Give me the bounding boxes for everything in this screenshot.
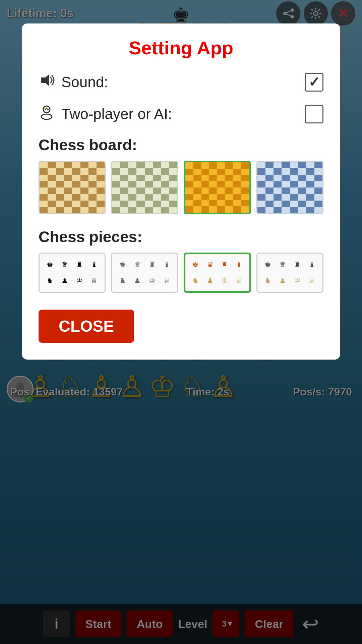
mini-board-cell [306,168,314,174]
pieces-grid-1: ♚♛♜♝ ♞♟♔♕ [42,256,103,290]
mini-board-cell [128,168,136,174]
mini-board-cell [265,181,274,187]
mini-board-cell [48,175,56,181]
mini-board-cell [97,168,105,174]
board-option-gold[interactable] [184,161,251,214]
mini-board-cell [80,207,88,213]
sound-label: Sound: [61,74,305,91]
board-option-blue[interactable] [256,161,323,214]
mini-board-cell [225,200,233,207]
mini-board-cell [48,162,56,168]
mini-board-cell [64,187,72,194]
mini-board-cell [314,194,322,200]
mini-board-cell [298,187,306,194]
mini-board-cell [185,187,193,194]
mini-board-cell [290,194,298,200]
close-button[interactable]: CLOSE [39,310,134,343]
mini-board-cell [128,187,136,194]
mini-board-cell [282,201,290,207]
mini-board-cell [145,201,153,207]
sound-checkbox[interactable] [305,73,323,92]
mini-board-cell [169,207,177,213]
mini-board-cell [145,162,153,168]
mini-board-cell [169,181,177,187]
pieces-option-4[interactable]: ♚♛♜♝ ♞♟♔♕ [256,253,323,293]
mini-board-cell [290,175,298,181]
modal-title: Setting App [39,37,323,59]
mini-board-cell [64,162,72,168]
mini-board-cell [274,207,282,213]
mini-board-cell [161,162,169,168]
mini-board-cell [193,187,201,194]
mini-board-cell [241,206,249,213]
mini-board-cell [169,162,177,168]
mini-board-cell [225,206,233,213]
mini-board-cell [298,181,306,187]
mini-board-cell [153,181,161,187]
two-player-label: Two-player or AI: [61,106,305,122]
mini-board-cell [97,187,105,194]
board-option-classic[interactable] [39,161,106,214]
mini-board-cell [88,194,97,200]
mini-board-cell [56,181,64,187]
mini-board-cell [112,175,120,181]
pieces-option-1[interactable]: ♚♛♜♝ ♞♟♔♕ [39,253,106,293]
mini-board-cell [80,175,88,181]
mini-board-cell [233,162,241,169]
mini-board-cell [56,194,64,200]
mini-board-cell [314,162,322,168]
mini-board-cell [233,181,241,187]
mini-board-cell [88,201,97,207]
mini-board-cell [64,175,72,181]
mini-board-cell [185,169,193,175]
mini-board-cell [314,175,322,181]
mini-board-cell [72,194,80,200]
mini-board-cell [241,181,249,187]
mini-board-cell [153,162,161,168]
mini-board-cell [120,175,128,181]
mini-board-cell [314,187,322,194]
mini-board-cell [153,187,161,194]
mini-board-cell [48,207,56,213]
mini-board-cell [40,201,48,207]
mini-board-cell [128,194,136,200]
mini-board-cell [257,207,265,213]
pieces-option-2[interactable]: ♚♛♜♝ ♞♟♔♕ [111,253,178,293]
mini-board-cell [257,201,265,207]
mini-board-cell [201,181,209,187]
board-option-gray[interactable] [111,161,178,214]
mini-board-cell [193,200,201,207]
mini-board-cell [40,162,48,168]
mini-board-cell [193,169,201,175]
mini-board-cell [120,194,128,200]
mini-board-cell [241,200,249,207]
mini-board-cell [185,200,193,207]
settings-modal: Setting App Sound: [22,23,340,360]
mini-board-cell [48,168,56,174]
mini-board-cell [282,162,290,168]
mini-board-cell [209,175,217,181]
mini-board-cell [56,162,64,168]
mini-board-cell [193,194,201,200]
mini-board-cell [112,194,120,200]
mini-board-cell [233,187,241,194]
mini-board-cell [48,181,56,187]
mini-board-cell [265,207,274,213]
mini-board-cell [64,194,72,200]
mini-board-cell [306,175,314,181]
mini-board-cell [298,175,306,181]
pieces-option-3[interactable]: ♚♛♜♝ ♞♟♔♕ [184,253,251,293]
mini-board-cell [257,175,265,181]
mini-board-cell [112,181,120,187]
mini-board-cell [282,175,290,181]
mini-board-cell [136,201,144,207]
mini-board-cell [80,187,88,194]
two-player-setting-row: Two-player or AI: [39,104,323,124]
mini-board-cell [153,168,161,174]
two-player-checkbox[interactable] [305,105,323,123]
mini-board-cell [209,169,217,175]
mini-board-cell [72,168,80,174]
mini-board-cell [112,201,120,207]
mini-board-cell [40,181,48,187]
mini-board-cell [298,162,306,168]
